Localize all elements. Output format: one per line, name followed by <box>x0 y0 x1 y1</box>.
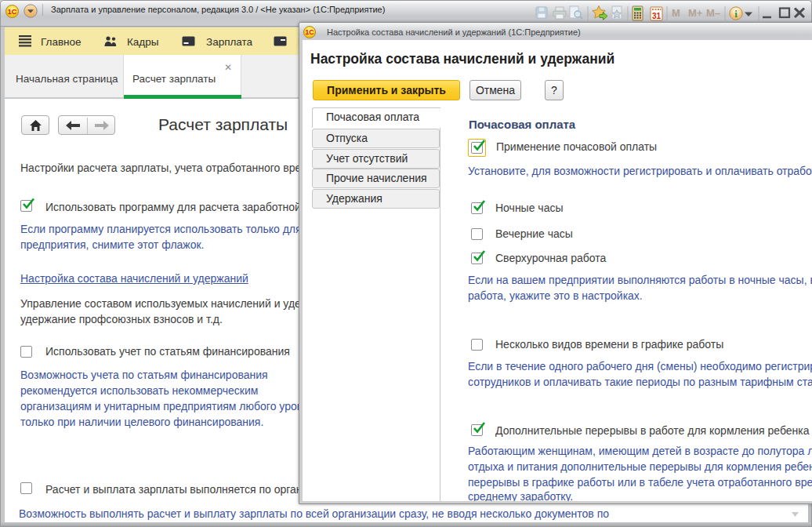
svg-text:M–: M– <box>706 7 720 19</box>
svg-text:31: 31 <box>652 12 662 20</box>
svg-text:1C: 1C <box>8 8 17 16</box>
svg-text:M+: M+ <box>688 7 703 19</box>
svg-text:i: i <box>734 8 738 20</box>
svg-text:1C: 1C <box>306 28 314 36</box>
svg-text:M: M <box>672 7 680 19</box>
